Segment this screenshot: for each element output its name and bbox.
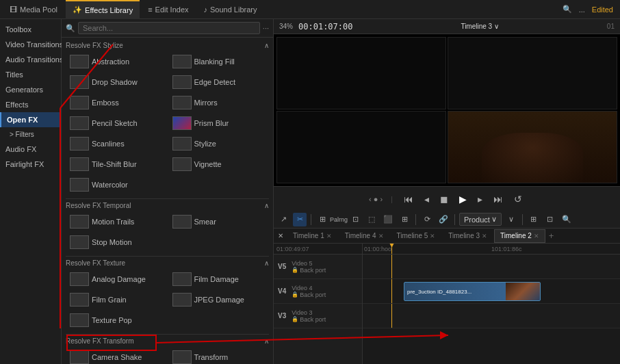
stop-btn[interactable]: ◼ bbox=[437, 192, 451, 206]
fx-temporal-header[interactable]: Resolve FX Temporal ∧ bbox=[66, 198, 269, 211]
tab-sound-library[interactable]: ♪ Sound Library bbox=[197, 0, 264, 19]
effect-blanking-fill[interactable]: Blanking Fill bbox=[168, 52, 270, 71]
fx-temporal-grid: Motion Trails Smear Stop Motion bbox=[66, 211, 269, 253]
snap-btn[interactable]: ⊞ bbox=[315, 213, 329, 226]
tool-btn-3[interactable]: ⬛ bbox=[381, 213, 395, 226]
skip-start-btn[interactable]: ⏮ bbox=[401, 192, 416, 206]
selection-tool-btn[interactable]: ↗ bbox=[276, 213, 290, 226]
effect-camera-shake[interactable]: Camera Shake bbox=[66, 348, 167, 364]
effect-transform[interactable]: Transform bbox=[168, 348, 270, 364]
tool-right-2[interactable]: ⊡ bbox=[543, 213, 557, 226]
separator4 bbox=[522, 214, 523, 225]
effect-watercolor[interactable]: Watercolor bbox=[66, 175, 167, 194]
sidebar-item-toolbox[interactable]: Toolbox bbox=[0, 22, 61, 37]
tool-btn-4[interactable]: ⊞ bbox=[398, 213, 411, 226]
effect-analog-damage[interactable]: Analog Damage bbox=[66, 270, 167, 289]
effect-thumb bbox=[70, 75, 89, 89]
close-timeline2[interactable]: ✕ bbox=[534, 233, 539, 239]
effect-film-grain[interactable]: Film Grain bbox=[66, 290, 167, 309]
close-timeline3[interactable]: ✕ bbox=[482, 233, 487, 239]
effects-search-input[interactable] bbox=[78, 22, 260, 34]
effect-stop-motion[interactable]: Stop Motion bbox=[66, 233, 167, 252]
flag-btn[interactable]: Palrng bbox=[332, 213, 346, 226]
zoom-level: 34% bbox=[279, 23, 293, 30]
search-icon[interactable]: 🔍 bbox=[563, 5, 572, 14]
video-quad-top-left bbox=[276, 37, 446, 109]
undo-btn[interactable]: ⟳ bbox=[420, 213, 434, 226]
fx-stylize-header[interactable]: Resolve FX Stylize ∧ bbox=[66, 40, 269, 51]
more-options-btn[interactable]: ... bbox=[579, 5, 585, 14]
video-quad-top-right bbox=[448, 37, 617, 109]
preview-timecode-right: 01 bbox=[607, 23, 615, 30]
chevron-up-icon: ∧ bbox=[264, 42, 269, 49]
tool-right-3[interactable]: 🔍 bbox=[560, 213, 573, 226]
tool-right-1[interactable]: ⊞ bbox=[527, 213, 541, 226]
loop-btn[interactable]: ↺ bbox=[511, 192, 525, 206]
effect-vignette[interactable]: Vignette bbox=[168, 155, 270, 174]
effect-scanlines[interactable]: Scanlines bbox=[66, 134, 167, 153]
play-btn[interactable]: ▶ bbox=[456, 192, 469, 206]
sidebar-item-effects[interactable]: Effects bbox=[0, 97, 61, 112]
clip-v4[interactable]: pre_3uction ID_4881823... bbox=[404, 282, 541, 301]
close-timeline5[interactable]: ✕ bbox=[430, 233, 435, 239]
fx-transform-header[interactable]: Resolve FX Transform ∧ bbox=[66, 334, 269, 346]
link-btn[interactable]: 🔗 bbox=[437, 213, 450, 226]
effect-prism-blur[interactable]: Prism Blur bbox=[168, 114, 270, 133]
top-nav: 🎞 Media Pool ✨ Effects Library ≡ Edit In… bbox=[0, 0, 620, 19]
timeline-area: 01:00:49:07 V5 Video 5 🔒 Back port V4 bbox=[274, 244, 620, 364]
playhead-v5 bbox=[391, 255, 392, 278]
add-timeline-btn[interactable]: + bbox=[546, 229, 557, 242]
left-sidebar: Toolbox Video Transitions Audio Transiti… bbox=[0, 19, 62, 364]
product-dropdown[interactable]: Product ∨ bbox=[459, 213, 502, 226]
status-badge: Edited bbox=[592, 5, 613, 14]
effect-film-damage[interactable]: Film Damage bbox=[168, 270, 270, 289]
effects-list: Resolve FX Stylize ∧ Abstraction Blankin… bbox=[62, 38, 273, 364]
effect-mirrors[interactable]: Mirrors bbox=[168, 93, 270, 112]
track-header-v5: V5 Video 5 🔒 Back port bbox=[274, 255, 362, 279]
sidebar-item-open-fx[interactable]: Open FX bbox=[0, 112, 61, 127]
effect-jpeg-damage[interactable]: JPEG Damage bbox=[168, 290, 270, 309]
effects-panel: 🔍 ··· Resolve FX Stylize ∧ Abstraction B… bbox=[62, 19, 274, 364]
effect-thumb bbox=[70, 313, 89, 327]
fx-texture-header[interactable]: Resolve FX Texture ∧ bbox=[66, 256, 269, 268]
tab-timeline2[interactable]: Timeline 2 ✕ bbox=[494, 229, 545, 243]
sidebar-item-generators[interactable]: Generators bbox=[0, 82, 61, 97]
sidebar-item-audio-fx[interactable]: Audio FX bbox=[0, 142, 61, 157]
close-timeline4[interactable]: ✕ bbox=[378, 233, 384, 239]
tab-effects-library[interactable]: ✨ Effects Library bbox=[66, 0, 140, 19]
sidebar-item-audio-transitions[interactable]: Audio Transitions bbox=[0, 52, 61, 67]
effect-stylize[interactable]: Stylize bbox=[168, 134, 270, 153]
effect-tile-shift-blur[interactable]: Tile-Shift Blur bbox=[66, 155, 167, 174]
tab-indicator: ✕ bbox=[275, 232, 286, 239]
effect-smear[interactable]: Smear bbox=[168, 212, 270, 231]
tab-timeline3[interactable]: Timeline 3 ✕ bbox=[442, 229, 493, 243]
tool-btn-2[interactable]: ⬚ bbox=[365, 213, 378, 226]
sidebar-item-filters[interactable]: > Filters bbox=[0, 127, 61, 142]
effect-edge-detect[interactable]: Edge Detect bbox=[168, 73, 270, 92]
skip-end-btn[interactable]: ⏭ bbox=[491, 192, 506, 206]
tab-media-pool[interactable]: 🎞 Media Pool bbox=[3, 0, 64, 19]
effect-abstraction[interactable]: Abstraction bbox=[66, 52, 167, 71]
tool-btn-1[interactable]: ⊡ bbox=[348, 213, 362, 226]
dropdown-arrow-btn[interactable]: ∨ bbox=[504, 213, 518, 226]
effects-more-btn[interactable]: ··· bbox=[263, 24, 269, 32]
sidebar-item-fairlight-fx[interactable]: Fairlight FX bbox=[0, 157, 61, 172]
tab-timeline1[interactable]: Timeline 1 ✕ bbox=[287, 229, 338, 243]
effect-texture-pop[interactable]: Texture Pop bbox=[66, 311, 167, 330]
razor-tool-btn[interactable]: ✂ bbox=[293, 213, 307, 226]
effect-thumb bbox=[70, 235, 89, 249]
sidebar-item-video-transitions[interactable]: Video Transitions bbox=[0, 37, 61, 52]
step-forward-btn[interactable]: ▸ bbox=[475, 192, 485, 206]
tab-timeline5[interactable]: Timeline 5 ✕ bbox=[391, 229, 442, 243]
effect-pencil-sketch[interactable]: Pencil Sketch bbox=[66, 114, 167, 133]
preview-controls: ‹ ● › | ⏮ ◂ ◼ ▶ ▸ ⏭ ↺ bbox=[274, 186, 620, 211]
effect-emboss[interactable]: Emboss bbox=[66, 93, 167, 112]
effect-motion-trails[interactable]: Motion Trails bbox=[66, 212, 167, 231]
close-timeline1[interactable]: ✕ bbox=[326, 233, 332, 239]
tab-timeline4[interactable]: Timeline 4 ✕ bbox=[339, 229, 390, 243]
tab-edit-index[interactable]: ≡ Edit Index bbox=[141, 0, 195, 19]
effect-drop-shadow[interactable]: Drop Shadow bbox=[66, 73, 167, 92]
step-back-btn[interactable]: ◂ bbox=[422, 192, 432, 206]
right-section: 34% 00:01:07:00 Timeline 3 ∨ 01 bbox=[274, 19, 620, 364]
sidebar-item-titles[interactable]: Titles bbox=[0, 67, 61, 82]
